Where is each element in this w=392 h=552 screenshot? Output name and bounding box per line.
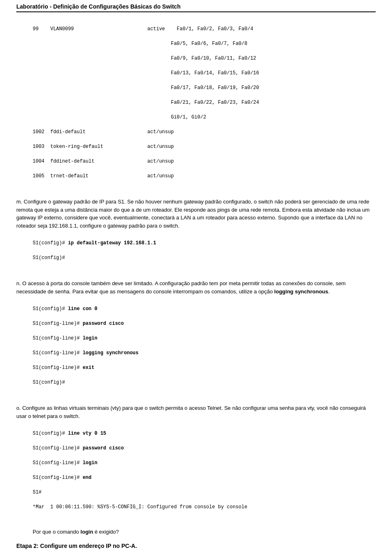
step2-heading: Etapa 2: Configure um endereço IP no PC-… bbox=[16, 542, 376, 550]
vlan99-ports-line6: Fa0/21, Fa0/22, Fa0/23, Fa0/24 bbox=[33, 99, 376, 106]
code-n-line2: S1(config-line)# password cisco bbox=[33, 320, 376, 327]
section-m-text: Configure o gateway padrão de IP para S1… bbox=[16, 199, 370, 229]
vlan99-line: 99 VLAN0099 active Fa0/1, Fa0/2, Fa0/3, … bbox=[33, 25, 376, 33]
code-n-line4: S1(config-line)# logging synchronous bbox=[33, 349, 376, 357]
code-o-line2: S1(config-line)# password cisco bbox=[33, 445, 376, 452]
section-o-letter: o. bbox=[16, 405, 21, 411]
vlan99-ports-line2: Fa0/5, Fa0/6, Fa0/7, Fa0/8 bbox=[33, 40, 376, 47]
code-o-line1: S1(config)# line vty 0 15 bbox=[33, 430, 376, 437]
section-m-letter: m. bbox=[16, 199, 22, 205]
code-n-line3: S1(config-line)# login bbox=[33, 335, 376, 342]
code-o-line4: S1(config-line)# end bbox=[33, 474, 376, 481]
vlan99-ports-line7: Gi0/1, Gi0/2 bbox=[33, 114, 376, 121]
vlan99-ports-line3: Fa0/9, Fa0/10, Fa0/11, Fa0/12 bbox=[33, 55, 376, 62]
section-o-text: Configure as linhas virtuais terminais (… bbox=[16, 405, 366, 419]
code-n-line5: S1(config-line)# exit bbox=[33, 364, 376, 371]
vlan1004-line: 1004 fddinet-default act/unsup bbox=[33, 158, 376, 165]
code-n-line6: S1(config)# bbox=[33, 379, 376, 386]
code-m: S1(config)# ip default-gateway 192.168.1… bbox=[33, 232, 376, 276]
code-n-line1: S1(config)# line con 0 bbox=[33, 305, 376, 313]
question-o: Por que o comando login é exigido? bbox=[33, 528, 376, 536]
section-n-letter: n. bbox=[16, 280, 21, 286]
vlan1003-line: 1003 token-ring-default act/unsup bbox=[33, 143, 376, 150]
code-o-line6: *Mar 1 00:06:11.590: %SYS-5-CONFIG_I: Co… bbox=[33, 503, 376, 511]
header-title: Laboratório - Definição de Configurações… bbox=[16, 3, 180, 10]
code-o: S1(config)# line vty 0 15 S1(config-line… bbox=[33, 422, 376, 525]
vlan99-ports-line5: Fa0/17, Fa0/18, Fa0/19, Fa0/20 bbox=[33, 84, 376, 92]
vlan1005-line: 1005 trnet-default act/unsup bbox=[33, 172, 376, 180]
section-n: n. O acesso à porta do console também de… bbox=[16, 279, 376, 295]
code-o-line3: S1(config-line)# login bbox=[33, 459, 376, 467]
vlan1002-line: 1002 fddi-default act/unsup bbox=[33, 128, 376, 136]
vlan-table-code: 99 VLAN0099 active Fa0/1, Fa0/2, Fa0/3, … bbox=[33, 18, 376, 194]
section-o: o. Configure as linhas virtuais terminai… bbox=[16, 404, 376, 420]
section-n-text: O acesso à porta do console também deve … bbox=[16, 280, 345, 295]
page-header: Laboratório - Definição de Configurações… bbox=[16, 0, 376, 12]
vlan99-ports-line4: Fa0/13, Fa0/14, Fa0/15, Fa0/16 bbox=[33, 69, 376, 77]
code-o-line5: S1# bbox=[33, 489, 376, 496]
code-m-line2: S1(config)# bbox=[33, 254, 376, 261]
section-m: m. Configure o gateway padrão de IP para… bbox=[16, 198, 376, 230]
code-n: S1(config)# line con 0 S1(config-line)# … bbox=[33, 298, 376, 401]
code-m-line1: S1(config)# ip default-gateway 192.168.1… bbox=[33, 239, 376, 247]
